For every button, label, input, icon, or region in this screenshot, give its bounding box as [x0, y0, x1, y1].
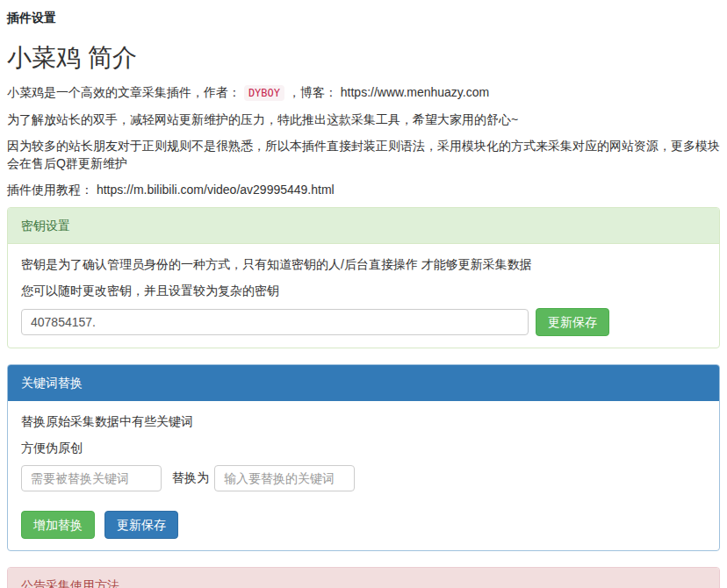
notice-panel-title: 公告采集使用方法	[8, 568, 719, 588]
tutorial-url-text: https://m.bilibili.com/video/av29995449.…	[97, 183, 335, 197]
keyword-replace-panel-body: 替换原始采集数据中有些关键词 方便伪原创 替换为 增加替换 更新保存	[8, 401, 719, 550]
key-desc-1: 密钥是为了确认管理员身份的一种方式，只有知道密钥的人/后台直接操作 才能够更新采…	[21, 255, 706, 273]
blog-url-text: https://www.menhuazy.com	[341, 85, 489, 99]
secret-key-input[interactable]	[21, 309, 529, 335]
key-desc-2: 您可以随时更改密钥，并且设置较为复杂的密钥	[21, 282, 706, 299]
author-code-badge: DYBOY	[244, 85, 284, 101]
page-title: 小菜鸡 简介	[7, 41, 720, 75]
intro-author-mid: ，博客：	[288, 85, 337, 99]
plugin-settings-page: 插件设置 小菜鸡 简介 小菜鸡是一个高效的文章采集插件，作者： DYBOY ，博…	[0, 0, 727, 588]
intro-paragraph-purpose: 为了解放站长的双手，减轻网站更新维护的压力，特此推出这款采集工具，希望大家用的舒…	[7, 111, 720, 128]
key-settings-panel-body: 密钥是为了确认管理员身份的一种方式，只有知道密钥的人/后台直接操作 才能够更新采…	[8, 244, 719, 348]
keyword-target-input[interactable]	[214, 465, 355, 491]
replace-with-label: 替换为	[172, 470, 209, 486]
intro-author-prefix: 小菜鸡是一个高效的文章采集插件，作者：	[7, 85, 241, 99]
keyword-replace-row: 替换为	[21, 465, 706, 491]
keyword-source-input[interactable]	[21, 465, 162, 491]
add-replace-button[interactable]: 增加替换	[21, 511, 95, 539]
breadcrumb: 插件设置	[7, 11, 720, 26]
intro-paragraph-author: 小菜鸡是一个高效的文章采集插件，作者： DYBOY ，博客： https://w…	[7, 83, 720, 102]
intro-paragraph-tutorial: 插件使用教程： https://m.bilibili.com/video/av2…	[7, 181, 720, 198]
tutorial-label: 插件使用教程：	[7, 183, 93, 197]
key-settings-panel: 密钥设置 密钥是为了确认管理员身份的一种方式，只有知道密钥的人/后台直接操作 才…	[7, 207, 720, 348]
keyword-save-button[interactable]: 更新保存	[104, 511, 178, 539]
key-settings-panel-title: 密钥设置	[8, 208, 719, 244]
keyword-desc-1: 替换原始采集数据中有些关键词	[21, 412, 706, 430]
keyword-replace-panel: 关键词替换 替换原始采集数据中有些关键词 方便伪原创 替换为 增加替换 更新保存	[7, 364, 720, 551]
key-save-button[interactable]: 更新保存	[536, 308, 609, 336]
keyword-buttons-row: 增加替换 更新保存	[21, 511, 706, 539]
key-form-row: 更新保存	[21, 308, 706, 336]
notice-panel: 公告采集使用方法	[7, 567, 720, 588]
keyword-replace-panel-title: 关键词替换	[8, 365, 719, 401]
intro-paragraph-modules: 因为较多的站长朋友对于正则规则不是很熟悉，所以本插件直接封装正则语法，采用模块化…	[7, 137, 720, 172]
keyword-desc-2: 方便伪原创	[21, 439, 706, 456]
